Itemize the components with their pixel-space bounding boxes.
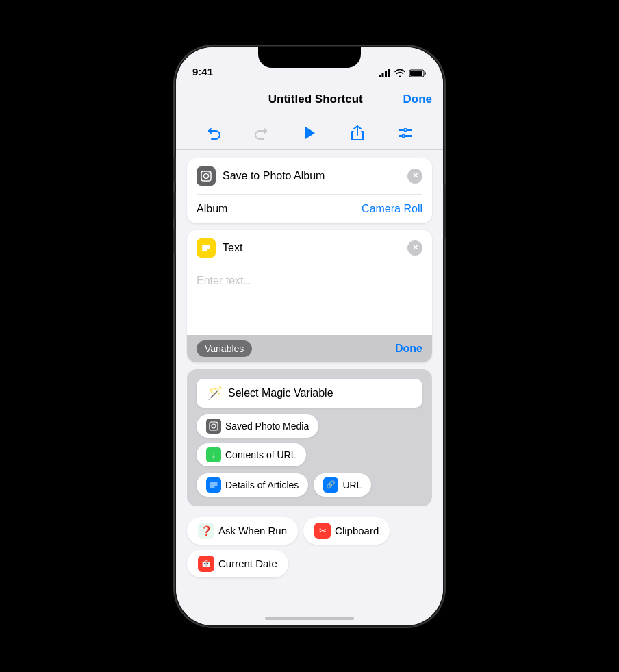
wifi-icon: [394, 69, 405, 77]
save-photo-album-row[interactable]: Album Camera Roll: [187, 195, 432, 223]
variables-done-button[interactable]: Done: [395, 343, 422, 355]
clipboard-chip[interactable]: ✂ Clipboard: [303, 517, 390, 545]
phone-frame: 9:41: [176, 47, 443, 625]
svg-point-14: [208, 172, 210, 173]
svg-point-13: [204, 173, 209, 178]
magic-wand-icon: 🪄: [207, 386, 223, 401]
current-date-chip[interactable]: 📅 Current Date: [187, 550, 288, 577]
variable-chips-row2: Details of Articles 🔗 URL: [197, 473, 422, 497]
magic-variable-label: Select Magic Variable: [228, 387, 333, 399]
bottom-magic-row: ❓ Ask When Run ✂ Clipboard 📅 Current Dat…: [187, 517, 432, 577]
svg-point-11: [402, 135, 405, 138]
url-icon: 🔗: [323, 477, 338, 493]
saved-photo-media-label: Saved Photo Media: [225, 421, 309, 432]
save-photo-album-card: Save to Photo Album ✕ Album Camera Roll: [187, 158, 432, 223]
variables-label[interactable]: Variables: [197, 340, 252, 357]
redo-button[interactable]: [249, 121, 274, 145]
text-card-title: Text: [223, 242, 407, 254]
clipboard-label: Clipboard: [335, 525, 379, 536]
text-card-icon: [197, 238, 216, 258]
nav-title: Untitled Shortcut: [228, 92, 403, 106]
toolbar: [176, 117, 443, 150]
svg-rect-5: [410, 71, 422, 76]
album-value[interactable]: Camera Roll: [362, 203, 422, 215]
battery-icon: [409, 69, 427, 77]
save-photo-album-header: Save to Photo Album ✕: [187, 158, 432, 194]
ask-when-run-icon: ❓: [198, 523, 214, 539]
screen-content: 9:41: [176, 47, 443, 625]
variables-bar: Variables Done: [187, 335, 432, 362]
contents-of-url-label: Contents of URL: [225, 449, 296, 460]
contents-of-url-icon: ↓: [206, 447, 221, 462]
save-photo-album-close-button[interactable]: ✕: [407, 169, 422, 184]
nav-bar: Untitled Shortcut Done: [176, 82, 443, 117]
svg-point-8: [404, 129, 407, 132]
text-card-close-button[interactable]: ✕: [407, 240, 422, 256]
details-of-articles-chip[interactable]: Details of Articles: [197, 473, 308, 497]
current-date-icon: 📅: [198, 556, 214, 572]
status-icons: [379, 69, 427, 77]
undo-button[interactable]: [201, 121, 226, 145]
svg-rect-10: [404, 135, 412, 137]
save-photo-album-title: Save to Photo Album: [223, 170, 407, 182]
ask-when-run-chip[interactable]: ❓ Ask When Run: [187, 517, 298, 545]
svg-point-20: [216, 423, 217, 424]
text-placeholder: Enter text...: [197, 275, 253, 286]
url-chip[interactable]: 🔗 URL: [314, 473, 371, 497]
text-card-header: Text ✕: [187, 230, 432, 266]
share-button[interactable]: [345, 121, 370, 145]
url-label: URL: [342, 480, 362, 490]
nav-done-button[interactable]: Done: [403, 92, 433, 106]
select-magic-variable-button[interactable]: 🪄 Select Magic Variable: [197, 379, 422, 408]
home-indicator: [265, 617, 354, 620]
settings-button[interactable]: [393, 121, 418, 145]
svg-rect-1: [382, 73, 384, 77]
signal-icon: [379, 69, 390, 77]
cards-area: Save to Photo Album ✕ Album Camera Roll: [176, 150, 443, 625]
svg-point-19: [212, 424, 216, 428]
save-photo-icon: [197, 166, 216, 186]
play-button[interactable]: [297, 121, 322, 145]
details-of-articles-icon: [206, 477, 221, 493]
svg-rect-2: [385, 71, 387, 77]
status-time: 9:41: [192, 66, 213, 77]
notch: [258, 47, 361, 68]
album-label: Album: [197, 203, 227, 215]
saved-photo-media-icon: [206, 419, 221, 434]
current-date-label: Current Date: [218, 558, 277, 569]
contents-of-url-chip[interactable]: ↓ Contents of URL: [197, 443, 306, 466]
clipboard-icon: ✂: [314, 523, 331, 539]
variable-chips-row1: Saved Photo Media ↓ Contents of URL: [197, 414, 422, 466]
text-card: Text ✕ Enter text... Variables Done: [187, 230, 432, 362]
text-input-area[interactable]: Enter text...: [187, 266, 432, 335]
details-of-articles-label: Details of Articles: [225, 480, 299, 490]
ask-when-run-label: Ask When Run: [218, 525, 287, 536]
saved-photo-media-chip[interactable]: Saved Photo Media: [197, 414, 318, 438]
variables-panel: 🪄 Select Magic Variable: [187, 369, 432, 506]
svg-rect-3: [388, 69, 390, 77]
svg-rect-0: [379, 75, 381, 77]
